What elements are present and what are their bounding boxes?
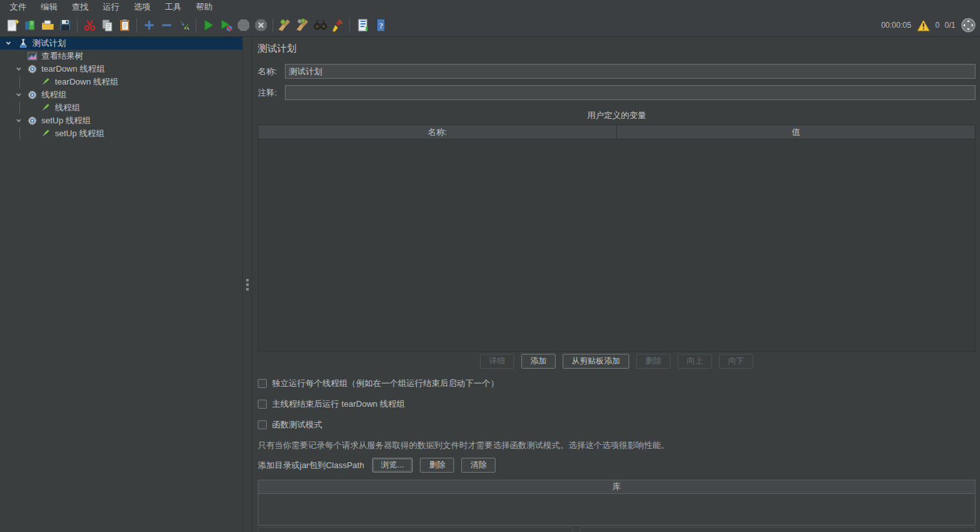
tree-item-label: setUp 线程组 <box>55 128 105 139</box>
new-file-button[interactable] <box>4 17 21 34</box>
tree-item-thread-group-sampler[interactable]: 线程组 <box>0 101 242 114</box>
tree-item-thread-group[interactable]: 线程组 <box>0 88 242 101</box>
cut-icon <box>83 18 97 32</box>
start-button[interactable] <box>200 17 217 34</box>
functional-mode-note: 只有当你需要记录每个请求从服务器取得的数据到文件时才需要选择函数测试模式。选择这… <box>258 440 975 451</box>
shutdown-button[interactable] <box>252 17 269 34</box>
toggle-button[interactable] <box>175 17 193 34</box>
help-button[interactable]: ? <box>371 17 388 34</box>
chevron-down-icon[interactable] <box>16 66 22 72</box>
tree-item-setup-thread-group[interactable]: setUp 线程组 <box>0 114 242 127</box>
cut-button[interactable] <box>81 17 98 34</box>
open-file-button[interactable] <box>39 17 56 34</box>
name-row: 名称: <box>258 64 975 79</box>
plus-icon <box>142 18 156 32</box>
udv-button-row: 详细 添加 从剪贴板添加 删除 向上 向下 <box>258 354 975 369</box>
library-table-header[interactable]: 库 <box>258 480 975 494</box>
warning-icon[interactable] <box>917 19 930 32</box>
menu-bar: 文件 编辑 查找 运行 选项 工具 帮助 <box>0 0 980 14</box>
thread-group-gear-icon <box>27 64 37 74</box>
udv-table-body[interactable] <box>258 139 975 352</box>
paste-button[interactable] <box>116 17 133 34</box>
toolbar-separator <box>273 18 273 32</box>
classpath-row: 添加目录或jar包到ClassPath 浏览... 删除 清除 <box>258 458 975 473</box>
tree-item-label: 测试计划 <box>32 37 66 49</box>
tree-item-setup-sampler[interactable]: setUp 线程组 <box>0 127 242 140</box>
functional-mode-checkbox[interactable] <box>258 420 267 429</box>
tree-item-results-tree[interactable]: 查看结果树 <box>0 50 242 63</box>
open-template-icon <box>23 18 37 32</box>
detail-button[interactable]: 详细 <box>480 354 514 369</box>
menu-options[interactable]: 选项 <box>127 0 158 14</box>
broom-icon <box>331 18 345 32</box>
functional-mode-row: 函数测试模式 <box>258 419 975 431</box>
library-footer-edge <box>258 527 975 532</box>
menu-tools[interactable]: 工具 <box>158 0 189 14</box>
add-button[interactable]: 添加 <box>521 354 556 369</box>
sampler-dropper-icon <box>40 103 50 113</box>
comment-input[interactable] <box>285 85 975 100</box>
run-groups-consecutively-checkbox[interactable] <box>258 379 267 388</box>
name-input[interactable] <box>285 64 975 79</box>
delete-button[interactable]: 删除 <box>636 354 671 369</box>
splitter-grip[interactable] <box>246 279 249 291</box>
menu-edit[interactable]: 编辑 <box>34 0 65 14</box>
clear-button[interactable] <box>276 17 294 34</box>
remote-status-icon <box>961 17 976 33</box>
thread-group-gear-icon <box>27 90 37 100</box>
classpath-clear-button[interactable]: 清除 <box>461 458 495 473</box>
stop-button[interactable]: STOP <box>235 17 252 34</box>
open-template-button[interactable] <box>21 17 39 34</box>
collapse-all-button[interactable] <box>158 17 175 34</box>
search-button[interactable] <box>311 17 329 34</box>
test-plan-editor: 测试计划 名称: 注释: 用户定义的变量 名称: 值 详细 添加 从剪贴板添加 … <box>253 37 980 532</box>
shutdown-icon <box>254 18 268 32</box>
tree-item-teardown-thread-group[interactable]: tearDown 线程组 <box>0 63 242 76</box>
toolbar-separator <box>77 18 78 32</box>
start-no-timers-button[interactable] <box>217 17 235 34</box>
add-from-clipboard-button[interactable]: 从剪贴板添加 <box>563 354 629 369</box>
chevron-down-icon[interactable] <box>16 118 22 124</box>
expand-all-button[interactable] <box>140 17 158 34</box>
menu-run[interactable]: 运行 <box>96 0 127 14</box>
copy-button[interactable] <box>98 17 116 34</box>
clear-search-button[interactable] <box>329 17 346 34</box>
chevron-down-icon[interactable] <box>5 40 12 46</box>
browse-button[interactable]: 浏览... <box>372 458 413 473</box>
menu-help[interactable]: 帮助 <box>189 0 220 14</box>
sampler-dropper-icon <box>40 77 50 87</box>
udv-column-name[interactable]: 名称: <box>258 125 616 139</box>
clear-icon <box>278 18 293 32</box>
save-button[interactable] <box>56 17 74 34</box>
classpath-delete-button[interactable]: 删除 <box>420 458 454 473</box>
up-button[interactable]: 向上 <box>678 354 712 369</box>
chevron-down-icon[interactable] <box>16 92 22 98</box>
function-helper-button[interactable] <box>353 17 371 34</box>
elapsed-timer: 00:00:05 <box>881 21 912 30</box>
tree-item-label: 查看结果树 <box>41 50 83 62</box>
jmeter-window: 文件 编辑 查找 运行 选项 工具 帮助 STOP ? 00: <box>0 0 980 532</box>
udv-column-value[interactable]: 值 <box>616 125 975 139</box>
menu-file[interactable]: 文件 <box>3 0 34 14</box>
udv-title: 用户定义的变量 <box>258 110 975 121</box>
down-button[interactable]: 向下 <box>719 354 753 369</box>
svg-text:?: ? <box>379 21 383 30</box>
checkbox-label: 独立运行每个线程组（例如在一个组运行结束后启动下一个） <box>272 378 499 389</box>
tree-main-splitter[interactable] <box>243 37 252 532</box>
toggle-icon <box>177 18 191 32</box>
teardown-on-shutdown-row: 主线程结束后运行 tearDown 线程组 <box>258 398 975 410</box>
clear-all-button[interactable] <box>294 17 311 34</box>
tree-item-test-plan[interactable]: 测试计划 <box>0 37 242 50</box>
toolbar-separator <box>349 18 350 32</box>
teardown-on-shutdown-checkbox[interactable] <box>258 400 267 409</box>
comment-label: 注释: <box>258 87 285 99</box>
sampler-dropper-icon <box>40 128 50 139</box>
start-icon <box>202 18 216 32</box>
tree-item-teardown-sampler[interactable]: tearDown 线程组 <box>0 76 242 88</box>
tree-item-label: 线程组 <box>41 89 67 101</box>
page-title: 测试计划 <box>258 41 975 57</box>
clear-all-icon <box>296 18 310 32</box>
toolbar-status: 00:00:05 0 0/1 <box>881 17 976 33</box>
library-table-body[interactable] <box>258 494 975 526</box>
menu-search[interactable]: 查找 <box>65 0 96 14</box>
